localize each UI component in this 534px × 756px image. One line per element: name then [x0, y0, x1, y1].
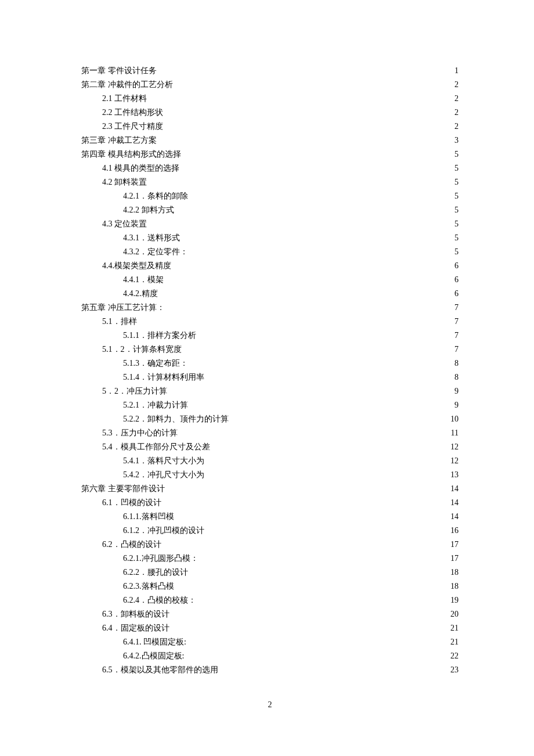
toc-entry: 6.2.2．腰孔的设计18 — [81, 566, 459, 579]
toc-entry-label: 5.4．模具工作部分尺寸及公差 — [102, 440, 210, 454]
toc-entry-label: 5.1．2．计算条料宽度 — [102, 343, 182, 357]
toc-leader-dots — [164, 121, 453, 129]
toc-entry-page: 22 — [450, 649, 459, 663]
toc-entry-page: 12 — [450, 440, 459, 454]
toc-entry-label: 4.4.模架类型及精度 — [102, 259, 171, 273]
toc-entry-label: 6.2.3.落料凸模 — [123, 579, 174, 593]
toc-page: 第一章 零件设计任务1第二章 冲裁件的工艺分析22.1 工件材料22.2 工件结… — [0, 0, 534, 733]
toc-leader-dots — [158, 65, 454, 73]
toc-entry-page: 5 — [454, 245, 459, 259]
toc-leader-dots — [200, 553, 450, 561]
toc-entry-page: 5 — [454, 161, 459, 175]
toc-entry-page: 7 — [454, 301, 459, 315]
toc-entry-label: 4.2.2 卸料方式 — [123, 203, 174, 217]
toc-entry-page: 21 — [450, 621, 459, 635]
toc-entry-label: 第三章 冲裁工艺方案 — [81, 134, 157, 147]
toc-entry-page: 17 — [450, 552, 459, 566]
toc-leader-dots — [159, 288, 454, 296]
toc-entry: 5.2.2．卸料力、顶件力的计算10 — [81, 412, 459, 426]
toc-entry: 4.4.1．模架6 — [81, 273, 459, 287]
toc-entry: 2.3 工件尺寸精度2 — [81, 120, 459, 134]
toc-entry: 5．2．冲压力计算9 — [81, 384, 459, 398]
page-number: 2 — [81, 700, 459, 710]
toc-leader-dots — [197, 595, 449, 603]
toc-entry-label: 4.4.2.精度 — [123, 287, 158, 301]
toc-entry-label: 5.4.2．冲孔尺寸大小为 — [123, 468, 204, 482]
toc-leader-dots — [164, 107, 453, 115]
toc-leader-dots — [148, 93, 453, 101]
toc-entry-page: 18 — [450, 579, 459, 593]
toc-entry-label: 4.3 定位装置 — [102, 217, 147, 231]
toc-leader-dots — [181, 163, 453, 171]
toc-leader-dots — [219, 664, 450, 672]
toc-entry-page: 17 — [450, 538, 459, 552]
toc-leader-dots — [183, 344, 454, 352]
toc-entry: 6.3．卸料板的设计20 — [81, 607, 459, 621]
toc-entry: 6.1．凹模的设计14 — [81, 496, 459, 510]
toc-entry: 5.1．2．计算条料宽度7 — [81, 343, 459, 357]
toc-entry: 5.2.1．冲裁力计算9 — [81, 398, 459, 412]
toc-entry-page: 9 — [454, 398, 459, 412]
toc-entry-label: 6.2.1.冲孔圆形凸模： — [123, 552, 199, 566]
toc-leader-dots — [171, 609, 450, 617]
toc-leader-dots — [205, 455, 449, 463]
toc-entry-page: 5 — [454, 189, 459, 203]
toc-entry: 6.4.2.凸模固定板:22 — [81, 649, 459, 663]
toc-entry-label: 5.4.1．落料尺寸大小为 — [123, 454, 204, 468]
toc-entry-label: 第六章 主要零部件设计 — [81, 482, 165, 496]
toc-entry-label: 第二章 冲裁件的工艺分析 — [81, 78, 173, 92]
toc-entry-label: 第五章 冲压工艺计算： — [81, 301, 165, 315]
toc-entry-label: 5.2.1．冲裁力计算 — [123, 398, 188, 412]
toc-entry: 6.2.1.冲孔圆形凸模：17 — [81, 552, 459, 566]
toc-entry: 5.3．压力中心的计算11 — [81, 426, 459, 440]
toc-entry: 4.1 模具的类型的选择5 — [81, 161, 459, 175]
toc-entry-label: 6.1．凹模的设计 — [102, 496, 161, 510]
toc-entry-label: 5.1.4．计算材料利用率 — [123, 370, 204, 384]
toc-entry-page: 3 — [454, 134, 459, 147]
toc-entry-page: 2 — [454, 106, 459, 120]
toc-entry-label: 6.2．凸模的设计 — [102, 538, 161, 552]
toc-entry: 5.1.4．计算材料利用率8 — [81, 370, 459, 384]
toc-leader-dots — [168, 386, 453, 394]
toc-entry-page: 5 — [454, 217, 459, 231]
toc-leader-dots — [165, 274, 453, 282]
toc-entry: 第五章 冲压工艺计算：7 — [81, 301, 459, 315]
toc-leader-dots — [175, 204, 454, 213]
toc-leader-dots — [148, 218, 453, 226]
toc-entry-page: 2 — [454, 120, 459, 134]
toc-entry-label: 2.1 工件材料 — [102, 92, 147, 106]
toc-entry: 5.4．模具工作部分尺寸及公差12 — [81, 440, 459, 454]
toc-leader-dots — [185, 650, 449, 658]
toc-leader-dots — [171, 622, 450, 631]
toc-leader-dots — [230, 413, 449, 422]
toc-entry-label: 5.2.2．卸料力、顶件力的计算 — [123, 412, 229, 426]
toc-entry-label: 2.2 工件结构形状 — [102, 106, 163, 120]
toc-entry: 6.2.3.落料凸模18 — [81, 579, 459, 593]
toc-entry: 第一章 零件设计任务1 — [81, 64, 459, 78]
toc-entry-page: 2 — [454, 78, 459, 92]
toc-leader-dots — [182, 149, 454, 157]
toc-leader-dots — [197, 330, 453, 338]
toc-entry-label: 6.1.2．冲孔凹模的设计 — [123, 524, 204, 538]
toc-entry-page: 21 — [450, 635, 459, 649]
toc-entry-label: 5.1.1．排样方案分析 — [123, 329, 196, 343]
toc-entry: 6.5．模架以及其他零部件的选用23 — [81, 663, 459, 677]
toc-leader-dots — [138, 316, 454, 324]
toc-entry: 6.2．凸模的设计17 — [81, 538, 459, 552]
toc-entry: 4.4.模架类型及精度6 — [81, 259, 459, 273]
toc-entry: 4.3.1．送料形式5 — [81, 231, 459, 245]
toc-entry: 5.1.3．确定布距：8 — [81, 357, 459, 370]
toc-entry-label: 6.1.1.落料凹模 — [123, 510, 174, 524]
toc-entry: 第二章 冲裁件的工艺分析2 — [81, 78, 459, 92]
toc-entry-page: 14 — [450, 496, 459, 510]
toc-leader-dots — [175, 581, 450, 589]
toc-leader-dots — [187, 636, 449, 645]
toc-entry-label: 4.2 卸料装置 — [102, 175, 147, 189]
toc-entry-page: 8 — [454, 357, 459, 370]
toc-entry-label: 5.3．压力中心的计算 — [102, 426, 178, 440]
toc-entry: 4.2.1．条料的卸除5 — [81, 189, 459, 203]
toc-entry-page: 7 — [454, 315, 459, 329]
toc-entry-page: 14 — [450, 510, 459, 524]
toc-leader-dots — [148, 177, 453, 185]
toc-leader-dots — [189, 358, 453, 366]
